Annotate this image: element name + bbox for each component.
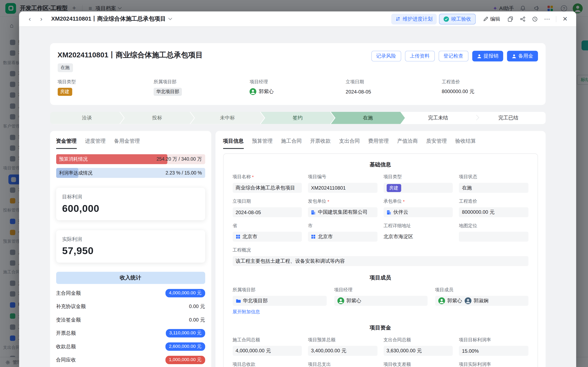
tab-output-negotiation[interactable]: 产值洽商 <box>397 135 418 149</box>
tab-label: 施工合同 <box>281 138 302 144</box>
completion-acceptance-button[interactable]: 竣工验收 <box>439 14 476 24</box>
record-risk-button[interactable]: 记录风险 <box>371 51 401 61</box>
required-marker: * <box>327 199 329 204</box>
tab-expense-contract[interactable]: 支出合同 <box>339 135 360 149</box>
step-negotiation[interactable]: 洽谈 <box>50 112 124 124</box>
divider <box>556 16 556 22</box>
close-icon[interactable]: ✕ <box>560 14 570 24</box>
upload-file-button[interactable]: 上传资料 <box>405 51 435 61</box>
row-received-total: 收款总额 2,600,000.00 元 <box>56 340 205 353</box>
field-value[interactable]: 8000000.00 元 <box>459 207 528 217</box>
building-icon <box>387 210 391 215</box>
step-signed[interactable]: 签约 <box>261 112 335 124</box>
tab-invoice-collection[interactable]: 开票收款 <box>310 135 331 149</box>
department-badge: 华北项目部 <box>154 88 182 96</box>
step-label: 签约 <box>293 115 303 121</box>
row-value-pill: 1,000,000.00 元 <box>165 356 205 364</box>
field-total-expense: 项目总支出 2,542,050.00 元 <box>308 361 377 367</box>
tab-fee-management[interactable]: 费用管理 <box>368 135 389 149</box>
step-label: 投标 <box>152 115 162 121</box>
avatar <box>464 297 471 304</box>
field-expense-contract-total: 支出合同总额 3,630,000.00 元 <box>383 337 453 356</box>
step-finished-unsettled[interactable]: 完工未结 <box>401 112 475 124</box>
field-value[interactable]: 北京市 <box>232 232 302 242</box>
next-record-button[interactable]: › <box>37 14 46 24</box>
field-value[interactable]: 商业综合体施工总承包项目 <box>232 183 302 193</box>
step-label: 洽谈 <box>82 115 92 121</box>
field-province: 省 北京市 <box>232 223 302 242</box>
tab-progress-management[interactable]: 进度管理 <box>85 135 106 149</box>
field-value[interactable]: 2024-08-05 <box>232 207 302 217</box>
field-label: 项目目标利润率 <box>459 337 491 343</box>
more-actions-icon[interactable]: ⋯ <box>542 14 552 24</box>
field-value[interactable]: 北京市海淀区 <box>383 232 453 242</box>
edit-button[interactable]: 编辑 <box>480 14 503 24</box>
tab-petty-cash-management[interactable]: 备用金管理 <box>114 135 140 149</box>
petty-cash-button[interactable]: 备用金 <box>507 51 538 61</box>
field-value[interactable]: 15.00% <box>459 346 528 356</box>
tab-budget-management[interactable]: 预算管理 <box>252 135 273 149</box>
project-header-card: XM2024110801丨商业综合体施工总承包项目 记录风险 上传资料 登记检查… <box>50 43 545 105</box>
field-label: 省 <box>232 223 237 229</box>
field-label: 项目类型 <box>383 174 402 180</box>
field-label: 项目总支出 <box>308 361 331 367</box>
field-target-profit-rate: 项目目标利润率 15.00% <box>459 337 528 356</box>
field-value[interactable]: 4,000,000.00 元 <box>232 346 302 356</box>
check-circle-icon <box>443 16 449 21</box>
section-title-basic-info: 基础信息 <box>232 161 528 168</box>
tab-label: 预算管理 <box>252 138 273 144</box>
copy-icon[interactable] <box>505 14 515 24</box>
row-value: 0.00 元 <box>189 316 205 323</box>
field-value[interactable]: 该工程主要包括土建工程、设备安装和调试等内容 <box>232 256 528 266</box>
tab-construction-contract[interactable]: 施工合同 <box>281 135 302 149</box>
step-bidding[interactable]: 投标 <box>120 112 194 124</box>
tab-acceptance-settlement[interactable]: 验收结算 <box>455 135 476 149</box>
tab-quality-safety[interactable]: 质安管理 <box>426 135 447 149</box>
avatar <box>438 297 445 304</box>
field-value[interactable]: 伙伴云 <box>383 207 453 217</box>
field-label: 承包单位 <box>383 198 402 205</box>
income-stats-button[interactable]: 收入统计 <box>56 272 205 284</box>
person-icon <box>477 54 482 58</box>
expand-extra-info-link[interactable]: 展开附加信息 <box>232 309 326 315</box>
field-value[interactable]: XM2024110801 <box>308 183 377 193</box>
field-label: 项目实际利润率 <box>459 361 491 367</box>
field-value[interactable]: 郭紫心 郭淑娴 <box>435 296 528 306</box>
field-value[interactable] <box>459 232 528 242</box>
field-map-location: 地图定位 <box>459 223 528 242</box>
register-inspection-button[interactable]: 登记检查 <box>438 51 468 61</box>
field-budget-total: 项目预算总额 3,400,000.00 元 <box>308 337 377 356</box>
field-project-members: 项目成员 郭紫心 郭淑娴 <box>435 287 528 315</box>
tab-project-info[interactable]: 项目信息 <box>223 135 244 149</box>
step-not-won[interactable]: 未中标 <box>190 112 264 124</box>
history-clock-icon[interactable] <box>530 14 540 24</box>
field-value[interactable]: 3,630,000.00 元 <box>383 346 453 356</box>
field-value[interactable]: 房建 <box>383 183 453 193</box>
step-in-construction-active[interactable]: 在施 <box>331 112 405 124</box>
field-label: 项目经理 <box>334 287 352 293</box>
field-value[interactable]: 中国建筑集团有限公司 <box>308 207 377 217</box>
tab-funds-management[interactable]: 资金管理 <box>56 135 77 149</box>
share-icon[interactable] <box>518 14 528 24</box>
maintain-schedule-button[interactable]: 维护进度计划 <box>391 14 437 24</box>
field-total-received: 项目总收款 2,600,000.00 元 <box>232 361 302 367</box>
submit-expense-button[interactable]: 提报销 <box>472 51 503 61</box>
field-label: 项目名称 <box>232 174 251 180</box>
field-value[interactable]: 华北项目部 <box>232 296 326 306</box>
row-change-negotiation: 变洽签金额 0.00 元 <box>56 313 205 326</box>
summary-field-project-cost: 工程造价 8000000.00 元 <box>442 79 538 96</box>
prev-record-button[interactable]: ‹ <box>25 14 34 24</box>
field-value[interactable]: 在施 <box>459 183 528 193</box>
field-value[interactable]: 郭紫心 <box>334 296 427 306</box>
start-date-value: 2024-08-05 <box>346 89 371 94</box>
step-finished-settled[interactable]: 完工已结 <box>471 112 545 124</box>
field-value[interactable]: 北京市 <box>308 232 377 242</box>
row-label: 收款总额 <box>56 343 76 350</box>
project-summary-fields: 项目类型 房建 所属项目部 华北项目部 项目经理 郭紫心 <box>57 79 538 96</box>
target-profit-card: 目标利润 600,000 <box>56 188 205 220</box>
progress-label: 预算消耗情况 <box>59 154 88 164</box>
funds-panel: 资金管理 进度管理 备用金管理 预算消耗情况 254.20 万 / 340.00… <box>50 131 211 367</box>
field-value[interactable]: 3,400,000.00 元 <box>308 346 377 356</box>
field-label: 发包单位 <box>308 198 326 205</box>
modal-title[interactable]: XM2024110801丨商业综合体施工总承包项目 <box>51 15 172 23</box>
